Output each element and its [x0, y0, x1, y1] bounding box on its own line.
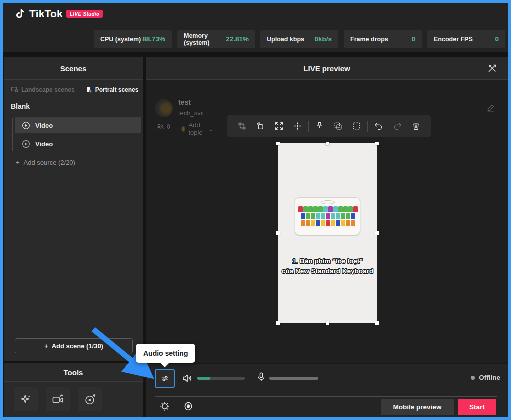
- video-caption: 1. Bàn phím “lòe loẹt” của New Standard …: [278, 256, 377, 276]
- stat-label: Encoder FPS: [434, 36, 473, 43]
- expand-icon[interactable]: [269, 115, 288, 137]
- tiktok-logo: TikTok LIVE Studio: [14, 8, 103, 20]
- stat-label: CPU (system): [100, 36, 141, 43]
- center-crosshair-icon[interactable]: [288, 115, 307, 137]
- top-header: TikTok LIVE Studio CPU (system) 88.73% M…: [3, 3, 508, 52]
- add-source-label: Add source (2/20): [24, 159, 75, 166]
- avatar: [155, 99, 173, 117]
- start-button[interactable]: Start: [458, 399, 496, 415]
- tab-portrait-scenes[interactable]: Portrait scenes: [85, 86, 139, 93]
- camera-tool-button[interactable]: [46, 387, 70, 411]
- resize-handle[interactable]: [276, 142, 280, 145]
- record-icon[interactable]: [183, 401, 194, 412]
- volume-slider[interactable]: [197, 377, 245, 380]
- goal-target-button[interactable]: [78, 387, 102, 411]
- app-content: TikTok LIVE Studio CPU (system) 88.73% M…: [3, 3, 508, 417]
- scenes-title: Scenes: [60, 64, 87, 73]
- preview-title: LIVE preview: [303, 64, 350, 73]
- logo-wordmark: TikTok: [29, 8, 63, 20]
- status-label: Offline: [479, 374, 500, 381]
- resize-handle[interactable]: [326, 142, 329, 145]
- resize-handle[interactable]: [375, 142, 379, 145]
- toolbar-divider: [308, 121, 309, 132]
- video-source-canvas[interactable]: 1. Bàn phím “lòe loẹt” của New Standard …: [278, 143, 377, 323]
- pin-icon[interactable]: [310, 115, 329, 137]
- stat-label: Memory (system): [184, 32, 226, 46]
- microphone-icon[interactable]: [256, 371, 267, 384]
- add-topic-label: Add topic: [188, 121, 204, 136]
- stat-value: 0: [495, 35, 499, 43]
- stat-value: 0: [411, 35, 415, 43]
- audio-setting-tooltip: Audio setting: [136, 344, 195, 363]
- video-camera-icon: [51, 393, 65, 406]
- play-circle-icon: [22, 121, 30, 130]
- stat-value: 22.81%: [226, 35, 249, 43]
- tab-label: Portrait scenes: [95, 86, 139, 93]
- draw-tools-icon[interactable]: [486, 62, 498, 74]
- tab-landscape-scenes[interactable]: Landscape scenes: [11, 86, 75, 93]
- keyboard-logo-oval: [321, 200, 335, 204]
- live-studio-badge: LIVE Studio: [66, 10, 103, 18]
- stat-value: 0kb/s: [314, 35, 332, 43]
- footer-divider: [155, 396, 497, 397]
- keyboard-image: [295, 197, 360, 235]
- scenes-panel: Scenes Landscape scenes Portrait scenes: [4, 57, 143, 361]
- source-row-video-2[interactable]: Video: [15, 136, 141, 152]
- stat-label: Frame drops: [350, 36, 388, 43]
- crop-icon[interactable]: [233, 115, 251, 137]
- source-indent-guide: [12, 118, 13, 151]
- tools-titlebar: Tools: [4, 363, 143, 382]
- tools-title: Tools: [64, 368, 83, 377]
- add-topic-control[interactable]: Add topic ⌄: [182, 121, 213, 136]
- stream-status: Offline: [471, 374, 500, 381]
- redo-icon[interactable]: [388, 115, 407, 137]
- source-label: Video: [35, 140, 53, 148]
- speaker-icon[interactable]: [181, 372, 193, 384]
- add-source-button[interactable]: + Add source (2/20): [16, 159, 75, 166]
- footer-bar: Mobile preview Start: [146, 397, 508, 417]
- mobile-preview-button[interactable]: Mobile preview: [381, 399, 454, 415]
- scenes-titlebar: Scenes: [4, 57, 143, 80]
- resize-handle[interactable]: [326, 321, 329, 325]
- caption-line-2: của New Standard Keyboard: [278, 266, 377, 276]
- caption-line-1: 1. Bàn phím “lòe loẹt”: [278, 256, 377, 266]
- rotate-icon[interactable]: [251, 115, 269, 137]
- audio-sliders-icon: [160, 373, 170, 384]
- resize-handle[interactable]: [375, 321, 379, 325]
- stat-upload: Upload kbps 0kb/s: [260, 30, 338, 48]
- volume-slider-fill: [197, 377, 210, 380]
- user-handle: tech_svit: [178, 109, 204, 117]
- performance-stats: CPU (system) 88.73% Memory (system) 22.8…: [94, 30, 505, 48]
- audio-setting-button[interactable]: [155, 369, 175, 388]
- status-dot-icon: [471, 376, 475, 380]
- chevron-down-icon: ⌄: [208, 125, 213, 133]
- landscape-monitor-icon: [11, 86, 18, 93]
- source-row-video-1[interactable]: Video: [15, 117, 141, 133]
- resize-handle[interactable]: [276, 321, 280, 325]
- marquee-select-icon[interactable]: [347, 115, 366, 137]
- caption-number: 1.: [292, 257, 298, 265]
- app-window: TikTok LIVE Studio CPU (system) 88.73% M…: [0, 0, 511, 420]
- source-edit-toolbar: [227, 115, 431, 137]
- viewer-count-row: 0: [156, 122, 170, 131]
- add-scene-button[interactable]: + Add scene (1/30): [15, 338, 133, 353]
- settings-gear-icon[interactable]: [159, 400, 171, 412]
- caption-text: Bàn phím “lòe loẹt”: [298, 257, 363, 265]
- plus-icon: +: [44, 342, 48, 350]
- mic-slider[interactable]: [269, 377, 318, 380]
- stat-memory: Memory (system) 22.81%: [177, 30, 255, 48]
- sparkle-icon: [19, 393, 33, 406]
- keyboard-keys: [298, 206, 358, 227]
- duplicate-icon[interactable]: [329, 115, 347, 137]
- resize-handle[interactable]: [375, 231, 379, 235]
- preview-titlebar: LIVE preview: [146, 57, 508, 80]
- enhance-effects-button[interactable]: [14, 387, 38, 411]
- tools-panel: Tools: [4, 363, 143, 417]
- delete-trash-icon[interactable]: [407, 115, 425, 137]
- undo-icon[interactable]: [369, 115, 388, 137]
- edit-pencil-icon[interactable]: [485, 102, 496, 113]
- tab-divider: [80, 86, 80, 93]
- resize-handle[interactable]: [276, 231, 280, 235]
- stat-encoder-fps: Encoder FPS 0: [427, 30, 505, 48]
- scene-orientation-tabs: Landscape scenes Portrait scenes: [11, 86, 138, 93]
